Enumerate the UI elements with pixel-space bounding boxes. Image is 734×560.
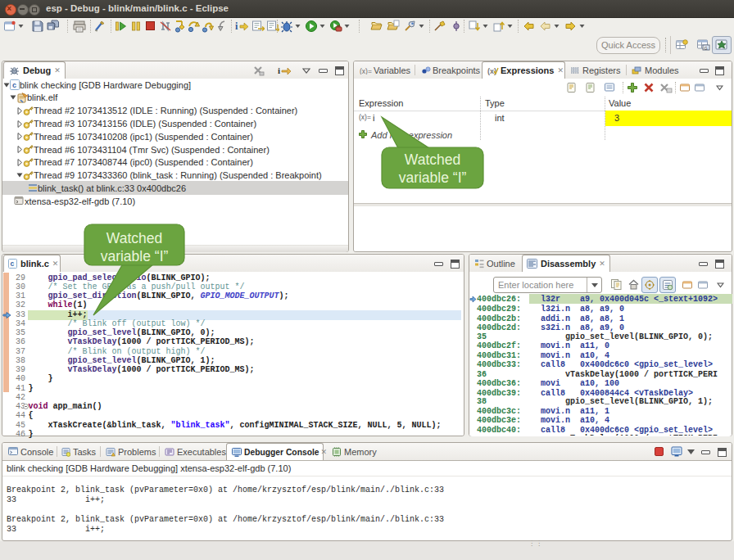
svg-text:c: c (12, 81, 16, 89)
svg-text:(x)=: (x)= (360, 66, 372, 75)
svg-text:c: c (11, 260, 15, 268)
svg-text:(x): (x) (487, 67, 496, 75)
svg-text:G: G (705, 46, 708, 51)
svg-text:(x)=: (x)= (359, 113, 371, 121)
svg-text:i: i (235, 20, 238, 32)
svg-text:i: i (278, 65, 280, 75)
